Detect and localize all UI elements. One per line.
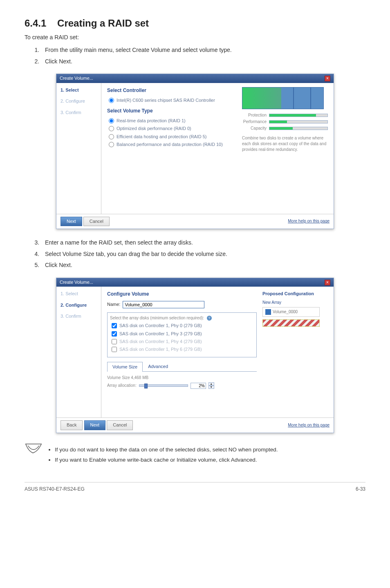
step-item: Select Volume Size tab, you can drag the… — [41, 250, 365, 258]
disk-usage-bar — [262, 319, 320, 327]
close-icon[interactable]: × — [325, 76, 330, 81]
note-item: If you do not want to keep the data on o… — [55, 446, 278, 454]
meter-label: Performance — [242, 119, 267, 125]
vol-type-raid1-radio[interactable] — [109, 118, 114, 123]
tabs: Volume Size Advanced — [107, 361, 257, 372]
chevron-down-icon[interactable]: ▼ — [208, 386, 214, 389]
note-icon — [25, 443, 43, 456]
create-volume-dialog-2: Create Volume... × 1. Select 2. Configur… — [56, 278, 334, 433]
sidebar-step-select: 1. Select — [56, 288, 101, 299]
sidebar-step-confirm: 3. Confirm — [56, 311, 101, 322]
protection-meter — [269, 114, 328, 117]
footer-right: 6-33 — [356, 486, 365, 493]
section-number: 6.4.1 — [25, 18, 46, 29]
volume-name-input[interactable] — [123, 301, 204, 308]
allocation-spinner[interactable]: ▲▼ — [208, 382, 214, 389]
wizard-sidebar: 1. Select 2. Configure 3. Confirm — [56, 287, 101, 417]
cancel-button[interactable]: Cancel — [83, 217, 110, 226]
dialog-titlebar: Create Volume... × — [56, 74, 334, 83]
steps-list-2: Enter a name for the RAID set, then sele… — [41, 239, 365, 269]
select-controller-heading: Select Controller — [107, 87, 236, 94]
meter-label: Protection — [242, 112, 267, 118]
vol-type-label: Efficient data hosting and protection (R… — [117, 134, 207, 140]
sidebar-step-configure[interactable]: 2. Configure — [56, 300, 101, 311]
controller-radio-label: Intel(R) C600 series chipset SAS RAID Co… — [117, 97, 215, 103]
volume-badge-label: Volume_0000 — [273, 309, 298, 315]
vol-type-label: Balanced performance and data protection… — [117, 141, 223, 148]
disk-label: SAS disk on Controller 1, Phy 4 (279 GB) — [119, 339, 202, 345]
tab-volume-size[interactable]: Volume Size — [107, 362, 143, 372]
volume-type-description: Combine two disks to create a volume whe… — [242, 135, 328, 153]
chevron-up-icon[interactable]: ▲ — [208, 382, 214, 386]
vol-type-label: Real-time data protection (RAID 1) — [117, 118, 186, 124]
back-button[interactable]: Back — [61, 420, 83, 430]
help-icon[interactable]: ? — [207, 316, 212, 321]
cancel-button[interactable]: Cancel — [107, 420, 133, 430]
volume-badge: Volume_0000 — [262, 307, 320, 317]
step-item: Enter a name for the RAID set, then sele… — [41, 239, 365, 247]
allocation-pct-input[interactable] — [191, 383, 206, 389]
dialog-titlebar: Create Volume... × — [56, 278, 334, 287]
select-volume-type-heading: Select Volume Type — [107, 108, 236, 114]
dialog-title: Create Volume... — [60, 75, 93, 81]
section-title: Creating a RAID set — [57, 18, 149, 29]
step-item: Click Next. — [41, 58, 365, 66]
intro-text: To create a RAID set: — [25, 34, 365, 42]
sidebar-step-select[interactable]: 1. Select — [56, 85, 101, 96]
create-volume-dialog-1: Create Volume... × 1. Select 2. Configur… — [56, 74, 334, 229]
disk-checkbox[interactable] — [112, 339, 117, 344]
disk-instruction: Select the array disks (minimum selectio… — [110, 316, 204, 320]
disk-label: SAS disk on Controller 1, Phy 6 (279 GB) — [119, 346, 202, 352]
capacity-meter — [269, 127, 328, 130]
step-item: Click Next. — [41, 261, 365, 269]
disk-checkbox[interactable] — [112, 347, 117, 352]
wizard-sidebar: 1. Select 2. Configure 3. Confirm — [56, 83, 101, 214]
step-item: From the utility main menu, select Creat… — [41, 46, 365, 54]
page-footer: ASUS RS740-E7-RS24-EG 6-33 — [25, 482, 365, 493]
performance-meter — [269, 120, 328, 123]
dialog-title: Create Volume... — [60, 279, 93, 285]
tab-advanced[interactable]: Advanced — [143, 361, 173, 371]
more-help-link[interactable]: More help on this page — [288, 218, 329, 224]
allocation-slider[interactable] — [139, 384, 188, 387]
more-help-link[interactable]: More help on this page — [288, 422, 329, 428]
volume-preview-image — [242, 87, 324, 109]
section-heading: 6.4.1 Creating a RAID set — [25, 16, 365, 30]
disk-checkbox[interactable] — [112, 331, 117, 337]
next-button[interactable]: Next — [84, 420, 106, 430]
controller-radio[interactable] — [109, 98, 114, 103]
meter-label: Capacity — [242, 126, 267, 131]
volume-icon — [265, 309, 271, 315]
volume-size-label: Volume Size 4,468 MB — [107, 375, 257, 381]
proposed-config-heading: Proposed Configuration — [262, 291, 328, 297]
allocation-label: Array allocation: — [107, 383, 137, 388]
footer-left: ASUS RS740-E7-RS24-EG — [25, 486, 85, 493]
disk-label: SAS disk on Controller 1, Phy 0 (279 GB) — [119, 323, 202, 329]
close-icon[interactable]: × — [325, 280, 330, 285]
vol-type-raid10-radio[interactable] — [109, 142, 114, 147]
next-button[interactable]: Next — [61, 217, 82, 226]
vol-type-label: Optimized disk performance (RAID 0) — [117, 126, 191, 132]
vol-type-raid0-radio[interactable] — [109, 126, 114, 131]
vol-type-raid5-radio[interactable] — [109, 134, 114, 139]
new-array-label: New Array — [262, 300, 328, 305]
note-block: If you do not want to keep the data on o… — [25, 443, 365, 467]
configure-volume-heading: Configure Volume — [107, 291, 257, 298]
note-item: If you want to Enable volume write-back … — [55, 456, 278, 464]
disk-checkbox[interactable] — [112, 323, 117, 328]
steps-list-1: From the utility main menu, select Creat… — [41, 46, 365, 65]
slider-thumb-icon[interactable] — [144, 384, 148, 388]
sidebar-step-confirm: 3. Confirm — [56, 107, 101, 118]
disk-label: SAS disk on Controller 1, Phy 3 (279 GB) — [119, 331, 202, 337]
name-label: Name: — [107, 301, 120, 307]
sidebar-step-configure: 2. Configure — [56, 96, 101, 107]
disk-selection-box: Select the array disks (minimum selectio… — [107, 312, 257, 357]
